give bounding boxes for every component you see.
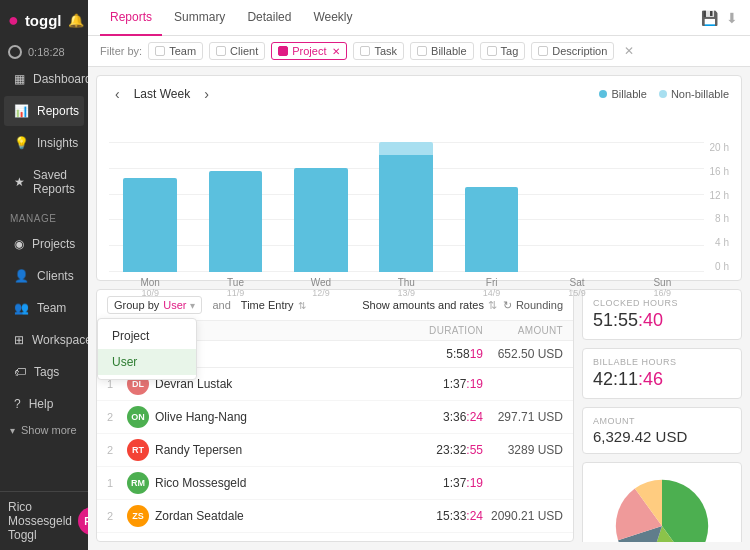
filter-project-label: Project	[292, 45, 326, 57]
filter-billable-label: Billable	[431, 45, 466, 57]
top-navigation: Reports Summary Detailed Weekly 💾 ⬇	[88, 0, 750, 36]
tags-icon: 🏷	[14, 365, 26, 379]
bell-icon[interactable]: 🔔	[68, 13, 84, 28]
tab-reports[interactable]: Reports	[100, 0, 162, 36]
filters-clear[interactable]: ✕	[624, 44, 634, 58]
filter-description[interactable]: Description	[531, 42, 614, 60]
save-icon[interactable]: 💾	[701, 10, 718, 26]
reports-icon: 📊	[14, 104, 29, 118]
bar-nonbillable	[379, 142, 433, 155]
dashboard-icon: ▦	[14, 72, 25, 86]
filter-bar: Filter by: Team Client Project ✕ Task Bi…	[88, 36, 750, 67]
row-amount: 2090.21 USD	[483, 509, 563, 523]
filter-billable[interactable]: Billable	[410, 42, 473, 60]
filter-task-label: Task	[374, 45, 397, 57]
filter-task-checkbox	[360, 46, 370, 56]
filter-project-remove[interactable]: ✕	[332, 46, 340, 57]
row-duration: 1:37:19	[413, 476, 483, 490]
main-content: Reports Summary Detailed Weekly 💾 ⬇ Filt…	[88, 0, 750, 550]
bar-group: Sat15/9	[536, 142, 618, 272]
filter-tag[interactable]: Tag	[480, 42, 526, 60]
sidebar-item-help[interactable]: ? Help	[4, 389, 84, 419]
bar-billable	[294, 168, 348, 272]
filter-client-label: Client	[230, 45, 258, 57]
filter-description-checkbox	[538, 46, 548, 56]
sidebar-bottom: Rico Mossesgeld Toggl RM	[0, 491, 88, 550]
download-icon[interactable]: ⬇	[726, 10, 738, 26]
sidebar-item-projects[interactable]: ◉ Projects	[4, 229, 84, 259]
show-more-button[interactable]: ▾ Show more	[0, 420, 88, 440]
sidebar-item-tags[interactable]: 🏷 Tags	[4, 357, 84, 387]
chart-section: ‹ Last Week › Billable Non-billable	[96, 75, 742, 281]
chevron-down-icon: ▾	[10, 425, 15, 436]
filter-task[interactable]: Task	[353, 42, 404, 60]
bar-label: Sun16/9	[621, 277, 703, 298]
bar-billable	[209, 171, 263, 272]
pie-segment	[662, 480, 708, 542]
filter-tag-checkbox	[487, 46, 497, 56]
sidebar-item-team[interactable]: 👥 Team	[4, 293, 84, 323]
client-amount: 652.50 USD	[483, 347, 563, 361]
y-label: 0 h	[710, 261, 729, 272]
amount-label: AMOUNT	[593, 416, 731, 426]
bar-stack	[109, 178, 191, 272]
time-entry-label: Time Entry	[241, 299, 294, 311]
app-name: toggl	[25, 12, 62, 29]
th-duration: DURATION	[413, 325, 483, 336]
clocked-hours-value: 51:55:40	[593, 310, 731, 331]
filter-tag-label: Tag	[501, 45, 519, 57]
filter-client[interactable]: Client	[209, 42, 265, 60]
show-amounts-button[interactable]: Show amounts and rates ⇅	[362, 299, 497, 312]
sidebar-item-insights[interactable]: 💡 Insights	[4, 128, 84, 158]
group-by-dropdown[interactable]: Group by User ▾	[107, 296, 202, 314]
y-label: 12 h	[710, 190, 729, 201]
table-row: 2 ZS Zordan Seatdale 15:33:24 2090.21 US…	[97, 500, 573, 533]
content-area: ‹ Last Week › Billable Non-billable	[88, 67, 750, 550]
dropdown-option-user[interactable]: User	[98, 349, 196, 375]
and-label: and	[212, 299, 230, 311]
sidebar-item-clients[interactable]: 👤 Clients	[4, 261, 84, 291]
sidebar-item-reports[interactable]: 📊 Reports	[4, 96, 84, 126]
row-avatar: ON	[127, 406, 149, 428]
dropdown-arrow-icon: ▾	[190, 300, 195, 311]
th-amount: AMOUNT	[483, 325, 563, 336]
filter-client-checkbox	[216, 46, 226, 56]
tab-weekly[interactable]: Weekly	[303, 0, 362, 36]
client-duration-sec: 19	[470, 347, 483, 361]
table-row: 1 RM Rico Mossesgeld 1:37:19	[97, 467, 573, 500]
sidebar-item-saved-reports[interactable]: ★ Saved Reports	[4, 160, 84, 204]
filter-team[interactable]: Team	[148, 42, 203, 60]
filter-project[interactable]: Project ✕	[271, 42, 347, 60]
sidebar-item-label: Team	[37, 301, 66, 315]
bar-stack	[450, 187, 532, 272]
row-duration: 1:37:19	[413, 377, 483, 391]
row-num: 2	[107, 411, 121, 423]
rounding-label: Rounding	[516, 299, 563, 311]
row-num: 1	[107, 477, 121, 489]
group-by-value: User	[163, 299, 186, 311]
filter-team-checkbox	[155, 46, 165, 56]
stats-section: CLOCKED HOURS 51:55:40 BILLABLE HOURS 42…	[582, 289, 742, 542]
billable-hours-card: BILLABLE HOURS 42:11:46	[582, 348, 742, 399]
chart-prev-button[interactable]: ‹	[109, 84, 126, 104]
time-entry-dropdown[interactable]: Time Entry ⇅	[241, 299, 306, 311]
filter-team-label: Team	[169, 45, 196, 57]
sidebar-item-label: Dashboard	[33, 72, 92, 86]
tab-summary[interactable]: Summary	[164, 0, 235, 36]
nav-actions: 💾 ⬇	[701, 10, 738, 26]
row-name: Zordan Seatdale	[155, 509, 244, 523]
client-duration: 5:5819	[413, 347, 483, 361]
tab-detailed[interactable]: Detailed	[237, 0, 301, 36]
show-amounts-arrow-icon: ⇅	[488, 299, 497, 312]
show-amounts-label: Show amounts and rates	[362, 299, 484, 311]
dropdown-option-project[interactable]: Project	[98, 323, 196, 349]
rounding-button[interactable]: ↻ Rounding	[503, 299, 563, 312]
show-more-label: Show more	[21, 424, 77, 436]
bar-stack	[365, 142, 447, 272]
sidebar-item-dashboard[interactable]: ▦ Dashboard	[4, 64, 84, 94]
bar-stack	[280, 168, 362, 272]
sidebar-item-workspaces[interactable]: ⊞ Workspaces	[4, 325, 84, 355]
row-num: 2	[107, 510, 121, 522]
sidebar-item-label: Insights	[37, 136, 78, 150]
chart-next-button[interactable]: ›	[198, 84, 215, 104]
